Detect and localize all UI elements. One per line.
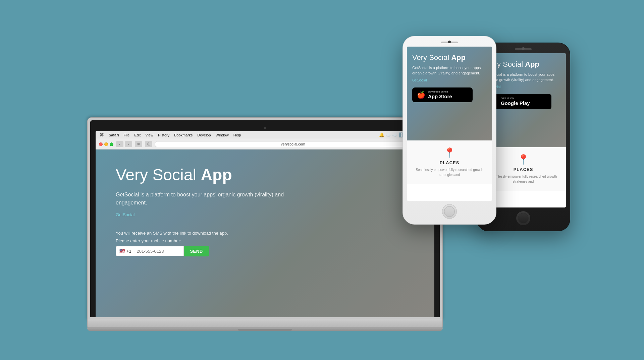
country-code: +1 xyxy=(126,249,131,254)
menu-help[interactable]: Help xyxy=(233,133,241,137)
maximize-button[interactable] xyxy=(110,142,113,146)
phone-title-black: Very Social App xyxy=(486,60,560,69)
menu-safari[interactable]: Safari xyxy=(109,133,119,137)
home-button-inner-white xyxy=(444,206,455,217)
macbook: ⌘ Safari File Edit View History Bookmark… xyxy=(87,117,443,331)
menu-develop[interactable]: Develop xyxy=(197,133,211,137)
phone-input[interactable] xyxy=(137,249,180,254)
macbook-base xyxy=(87,320,443,327)
app-store-button[interactable]: 🍎 Download on the App Store xyxy=(412,87,473,102)
phone-app-content-black: Very Social App GetSocial is a platform … xyxy=(486,60,560,109)
phone-hero-white: Very Social App GetSocial is a platform … xyxy=(407,47,492,140)
flag-icon: 🇺🇸 xyxy=(119,248,125,254)
places-desc-black: Seamlessly empower fully researched grow… xyxy=(486,174,560,184)
app-title: Very Social App xyxy=(116,166,414,184)
tabs-button[interactable]: ⊞ xyxy=(135,141,142,147)
google-play-line2: Google Play xyxy=(501,100,530,106)
window-controls xyxy=(99,142,113,146)
safari-window: ⌘ Safari File Edit View History Bookmark… xyxy=(96,131,434,317)
app-title-bold: App xyxy=(201,166,232,184)
app-content: Very Social App GetSocial is a platform … xyxy=(96,149,434,273)
url-bar[interactable]: verysocial.com xyxy=(155,141,431,147)
safari-menubar: ⌘ Safari File Edit View History Bookmark… xyxy=(96,131,434,139)
divider: · xyxy=(133,249,135,254)
menu-edit[interactable]: Edit xyxy=(134,133,141,137)
google-play-text: GET IT ON Google Play xyxy=(501,97,530,106)
phone-white-section: 📍 PLACES Seamlessly empower fully resear… xyxy=(407,140,492,184)
phone-brand-black: GetSocial xyxy=(486,85,560,89)
safari-page-content: Very Social App GetSocial is a platform … xyxy=(96,149,434,317)
app-store-text: Download on the App Store xyxy=(428,90,452,100)
phone-brand-white: GetSocial xyxy=(412,78,487,82)
phone-desc-black: GetSocial is a platform to boost your ap… xyxy=(486,72,560,82)
send-button[interactable]: SEND xyxy=(184,246,209,256)
app-store-line2: App Store xyxy=(428,94,452,100)
app-title-normal: Very Social xyxy=(116,166,201,184)
phone-title-bold-white: App xyxy=(451,53,466,62)
phone-input-wrapper: 🇺🇸 +1 · xyxy=(116,246,184,256)
phone-title-white: Very Social App xyxy=(412,53,487,62)
places-icon-black: 📍 xyxy=(518,154,529,165)
phone-title-bold-black: App xyxy=(525,60,539,68)
app-store-line1: Download on the xyxy=(428,90,452,94)
macbook-screen-bezel: ⌘ Safari File Edit View History Bookmark… xyxy=(90,120,440,317)
apple-store-icon: 🍎 xyxy=(417,91,425,99)
macbook-camera xyxy=(264,127,266,129)
front-camera-white xyxy=(448,41,451,43)
macbook-notch xyxy=(238,329,292,331)
safari-toolbar: ‹ › ⊞ ⓘ verysocial.com xyxy=(96,139,434,149)
menu-view[interactable]: View xyxy=(145,133,153,137)
places-desc-white: Seamlessly empower fully researched grow… xyxy=(412,167,487,177)
back-button[interactable]: ‹ xyxy=(116,141,123,147)
phone-frame-white: Very Social App GetSocial is a platform … xyxy=(402,36,496,225)
phone-top-bar xyxy=(407,42,492,43)
brand-link[interactable]: GetSocial xyxy=(116,212,414,217)
home-button-white[interactable] xyxy=(442,204,457,219)
info-button[interactable]: ⓘ xyxy=(145,141,152,147)
places-icon: 📍 xyxy=(444,147,455,158)
places-title-white: PLACES xyxy=(440,160,460,165)
minimize-button[interactable] xyxy=(104,142,108,146)
phone-title-normal-white: Very Social xyxy=(412,53,451,62)
menu-file[interactable]: File xyxy=(124,133,130,137)
menu-window[interactable]: Window xyxy=(216,133,229,137)
phone-app-content-white: Very Social App GetSocial is a platform … xyxy=(412,53,487,102)
front-camera-black xyxy=(522,47,525,50)
sms-notice-text: You will receive an SMS with the link to… xyxy=(116,231,414,236)
forward-button[interactable]: › xyxy=(125,141,132,147)
sms-section: You will receive an SMS with the link to… xyxy=(116,231,414,256)
google-play-line1: GET IT ON xyxy=(501,97,530,100)
places-title-black: PLACES xyxy=(514,167,533,172)
menu-history[interactable]: History xyxy=(158,133,169,137)
home-button-black[interactable] xyxy=(516,211,531,226)
phone-screen-white: Very Social App GetSocial is a platform … xyxy=(407,47,492,201)
phone-desc-white: GetSocial is a platform to boost your ap… xyxy=(412,65,487,76)
scene: ⌘ Safari File Edit View History Bookmark… xyxy=(87,29,557,331)
macbook-lid: ⌘ Safari File Edit View History Bookmark… xyxy=(87,117,443,320)
apple-menu-icon[interactable]: ⌘ xyxy=(100,132,104,137)
close-button[interactable] xyxy=(99,142,103,146)
home-button-inner-black xyxy=(518,213,529,224)
menu-bookmarks[interactable]: Bookmarks xyxy=(174,133,193,137)
sms-input-row: 🇺🇸 +1 · SEND xyxy=(116,246,414,256)
phone-label: Please enter your mobile number: xyxy=(116,238,414,243)
app-description: GetSocial is a platform to boost your ap… xyxy=(116,191,290,207)
macbook-foot xyxy=(87,327,443,331)
macbook-body: ⌘ Safari File Edit View History Bookmark… xyxy=(87,117,443,331)
toolbar-nav: ‹ › xyxy=(116,141,132,147)
iphone-white: Very Social App GetSocial is a platform … xyxy=(402,36,496,225)
